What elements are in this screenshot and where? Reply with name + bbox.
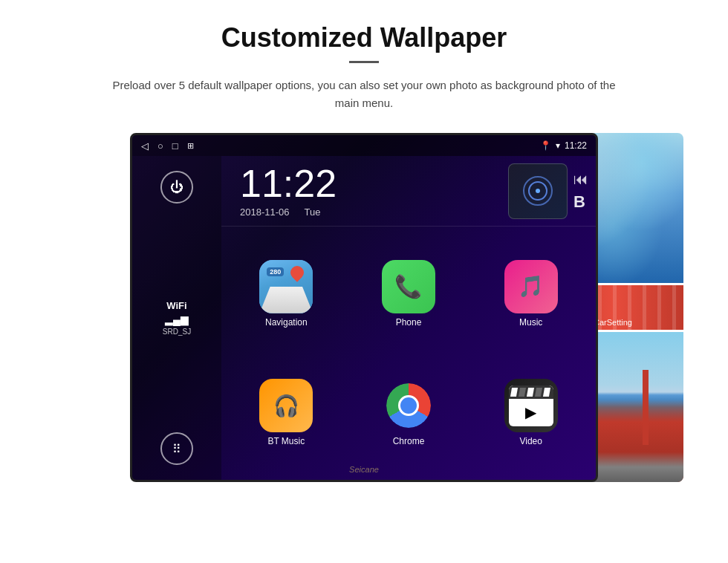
bridge-tower-right bbox=[643, 370, 649, 445]
clock-date-value: 2018-11-06 bbox=[240, 206, 290, 218]
watermark: Seicane bbox=[349, 465, 379, 474]
music-app-label: Music bbox=[519, 317, 542, 328]
power-button[interactable]: ⏻ bbox=[160, 171, 193, 204]
video-app-icon[interactable]: ▶ bbox=[504, 379, 558, 432]
app-item-phone[interactable]: 📞 Phone bbox=[351, 260, 467, 328]
navigation-app-label: Navigation bbox=[265, 317, 308, 328]
wifi-animation-icon bbox=[523, 176, 553, 206]
media-section: ⏮ B bbox=[508, 163, 588, 219]
title-divider bbox=[349, 61, 379, 63]
page-title: Customized Wallpaper bbox=[221, 22, 507, 53]
phone-app-icon[interactable]: 📞 bbox=[382, 260, 435, 313]
app-item-music[interactable]: 🎵 Music bbox=[473, 260, 588, 328]
android-content: ⏻ WiFi ▂▄▆ SRD_SJ ⠿ bbox=[132, 156, 596, 480]
back-icon[interactable]: ◁ bbox=[141, 140, 149, 152]
media-icon-box bbox=[508, 163, 568, 219]
status-left: ◁ ○ □ ⊞ bbox=[141, 140, 194, 152]
navigation-app-icon[interactable]: 280 bbox=[259, 260, 313, 313]
phone-app-label: Phone bbox=[396, 317, 422, 328]
left-sidebar: ⏻ WiFi ▂▄▆ SRD_SJ ⠿ bbox=[132, 156, 221, 480]
recent-icon[interactable]: □ bbox=[172, 140, 178, 152]
power-icon: ⏻ bbox=[170, 180, 183, 195]
app-item-chrome[interactable]: Chrome bbox=[351, 379, 467, 446]
wifi-bars-icon: ▂▄▆ bbox=[163, 313, 191, 325]
wifi-icon: ▾ bbox=[556, 140, 560, 151]
wifi-ssid: SRD_SJ bbox=[163, 328, 191, 336]
clock-time: 11:22 bbox=[240, 164, 337, 203]
clock-section: 11:22 2018-11-06 Tue bbox=[229, 164, 508, 218]
location-icon: 📍 bbox=[540, 140, 551, 151]
video-app-label: Video bbox=[519, 436, 542, 446]
wifi-label: WiFi bbox=[163, 300, 191, 311]
chrome-app-icon[interactable] bbox=[382, 379, 435, 432]
grid-icon: ⠿ bbox=[172, 442, 181, 456]
clock-bar: 11:22 2018-11-06 Tue bbox=[221, 156, 596, 227]
app-item-video[interactable]: ▶ Video bbox=[473, 379, 588, 446]
android-screen: ◁ ○ □ ⊞ 📍 ▾ 11:22 ⏻ bbox=[130, 133, 598, 482]
screenshot-icon[interactable]: ⊞ bbox=[187, 141, 194, 151]
nav-route-badge: 280 bbox=[267, 267, 284, 276]
app-grid: 280 Navigation 📞 Phone 🎵 bbox=[221, 227, 596, 480]
clock-date: 2018-11-06 Tue bbox=[240, 206, 320, 218]
status-time: 11:22 bbox=[565, 140, 587, 151]
home-icon[interactable]: ○ bbox=[157, 140, 163, 152]
apps-grid-button[interactable]: ⠿ bbox=[160, 432, 193, 465]
clock-day-value: Tue bbox=[305, 206, 321, 218]
status-bar: ◁ ○ □ ⊞ 📍 ▾ 11:22 bbox=[132, 135, 596, 156]
page-description: Preload over 5 default wallpaper options… bbox=[104, 77, 624, 112]
app-item-navigation[interactable]: 280 Navigation bbox=[229, 260, 344, 328]
screenshot-area: ◁ ○ □ ⊞ 📍 ▾ 11:22 ⏻ bbox=[45, 133, 683, 482]
app-item-btmusic[interactable]: 🎧 BT Music bbox=[229, 379, 344, 446]
chrome-app-label: Chrome bbox=[393, 436, 425, 446]
media-letter: B bbox=[573, 192, 588, 212]
page-container: Customized Wallpaper Preload over 5 defa… bbox=[0, 0, 728, 497]
wifi-info: WiFi ▂▄▆ SRD_SJ bbox=[163, 300, 191, 336]
status-right: 📍 ▾ 11:22 bbox=[540, 140, 587, 151]
music-app-icon[interactable]: 🎵 bbox=[504, 260, 558, 313]
media-controls: ⏮ B bbox=[573, 171, 588, 212]
center-area: 11:22 2018-11-06 Tue bbox=[221, 156, 596, 480]
carsetting-label: CarSetting bbox=[594, 318, 632, 327]
wifi-dot bbox=[536, 189, 540, 193]
btmusic-app-label: BT Music bbox=[267, 436, 305, 446]
btmusic-app-icon[interactable]: 🎧 bbox=[259, 379, 313, 432]
prev-track-icon[interactable]: ⏮ bbox=[573, 171, 588, 188]
